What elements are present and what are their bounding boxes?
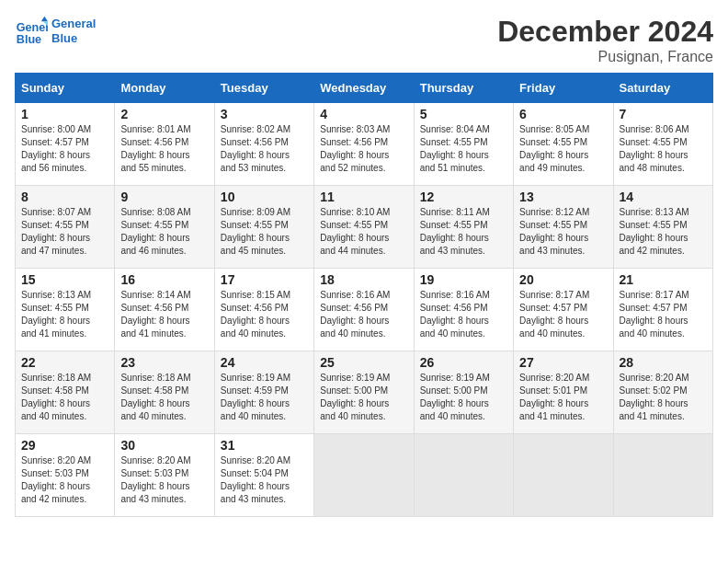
logo-text: General Blue (51, 17, 96, 45)
day-info: Sunrise: 8:13 AM Sunset: 4:55 PM Dayligh… (21, 289, 108, 340)
location-title: Pusignan, France (497, 49, 713, 65)
day-number: 30 (120, 438, 208, 453)
day-info: Sunrise: 8:08 AM Sunset: 4:55 PM Dayligh… (120, 206, 208, 258)
day-info: Sunrise: 8:13 AM Sunset: 4:55 PM Dayligh… (620, 206, 707, 258)
table-row: 29Sunrise: 8:20 AM Sunset: 5:03 PM Dayli… (16, 434, 115, 517)
table-row: 31Sunrise: 8:20 AM Sunset: 5:04 PM Dayli… (214, 434, 313, 517)
day-info: Sunrise: 8:20 AM Sunset: 5:02 PM Dayligh… (620, 372, 707, 423)
title-area: December 2024 Pusignan, France (497, 15, 713, 65)
table-row: 23Sunrise: 8:18 AM Sunset: 4:58 PM Dayli… (115, 351, 214, 434)
table-row: 11Sunrise: 8:10 AM Sunset: 4:55 PM Dayli… (314, 186, 414, 269)
day-number: 28 (620, 355, 707, 370)
table-row: 19Sunrise: 8:16 AM Sunset: 4:56 PM Dayli… (414, 269, 513, 351)
day-number: 4 (320, 107, 407, 121)
table-row: 18Sunrise: 8:16 AM Sunset: 4:56 PM Dayli… (314, 269, 414, 351)
table-row: 17Sunrise: 8:15 AM Sunset: 4:56 PM Dayli… (214, 269, 313, 351)
day-number: 27 (519, 355, 607, 370)
weekday-header-row: Sunday Monday Tuesday Wednesday Thursday… (16, 74, 713, 103)
day-number: 6 (519, 107, 607, 121)
table-row: 5Sunrise: 8:04 AM Sunset: 4:55 PM Daylig… (414, 103, 513, 186)
day-info: Sunrise: 8:20 AM Sunset: 5:04 PM Dayligh… (221, 454, 308, 506)
day-number: 5 (420, 107, 507, 121)
day-info: Sunrise: 8:18 AM Sunset: 4:58 PM Dayligh… (120, 372, 208, 423)
day-number: 18 (320, 272, 407, 287)
table-row: 4Sunrise: 8:03 AM Sunset: 4:56 PM Daylig… (314, 103, 414, 186)
day-number: 23 (120, 355, 208, 370)
day-number: 1 (21, 107, 108, 121)
day-info: Sunrise: 8:01 AM Sunset: 4:56 PM Dayligh… (120, 123, 208, 175)
day-number: 12 (420, 190, 507, 204)
day-info: Sunrise: 8:20 AM Sunset: 5:01 PM Dayligh… (519, 372, 607, 423)
month-title: December 2024 (497, 15, 713, 49)
header-friday: Friday (514, 74, 613, 103)
day-number: 15 (21, 272, 108, 287)
calendar-table: Sunday Monday Tuesday Wednesday Thursday… (15, 73, 713, 517)
svg-text:Blue: Blue (17, 33, 41, 46)
table-row: 26Sunrise: 8:19 AM Sunset: 5:00 PM Dayli… (414, 351, 513, 434)
table-row (514, 434, 613, 517)
day-info: Sunrise: 8:19 AM Sunset: 4:59 PM Dayligh… (221, 372, 308, 423)
day-number: 17 (221, 272, 308, 287)
day-info: Sunrise: 8:17 AM Sunset: 4:57 PM Dayligh… (519, 289, 607, 340)
header-thursday: Thursday (414, 74, 513, 103)
day-number: 21 (620, 272, 707, 287)
table-row: 24Sunrise: 8:19 AM Sunset: 4:59 PM Dayli… (214, 351, 313, 434)
table-row: 20Sunrise: 8:17 AM Sunset: 4:57 PM Dayli… (514, 269, 613, 351)
day-number: 11 (320, 190, 407, 204)
table-row: 7Sunrise: 8:06 AM Sunset: 4:55 PM Daylig… (613, 103, 712, 186)
day-number: 29 (21, 438, 108, 453)
day-info: Sunrise: 8:12 AM Sunset: 4:55 PM Dayligh… (519, 206, 607, 258)
day-info: Sunrise: 8:11 AM Sunset: 4:55 PM Dayligh… (420, 206, 507, 258)
table-row: 2Sunrise: 8:01 AM Sunset: 4:56 PM Daylig… (115, 103, 214, 186)
table-row: 30Sunrise: 8:20 AM Sunset: 5:03 PM Dayli… (115, 434, 214, 517)
day-info: Sunrise: 8:19 AM Sunset: 5:00 PM Dayligh… (320, 372, 407, 423)
header-monday: Monday (115, 74, 214, 103)
day-info: Sunrise: 8:09 AM Sunset: 4:55 PM Dayligh… (221, 206, 308, 258)
day-number: 16 (120, 272, 208, 287)
day-number: 2 (120, 107, 208, 121)
day-number: 9 (120, 190, 208, 204)
table-row: 15Sunrise: 8:13 AM Sunset: 4:55 PM Dayli… (16, 269, 115, 351)
svg-marker-2 (41, 17, 48, 21)
header-sunday: Sunday (16, 74, 115, 103)
header-saturday: Saturday (613, 74, 712, 103)
day-info: Sunrise: 8:04 AM Sunset: 4:55 PM Dayligh… (420, 123, 507, 175)
table-row: 3Sunrise: 8:02 AM Sunset: 4:56 PM Daylig… (214, 103, 313, 186)
day-number: 31 (221, 438, 308, 453)
day-info: Sunrise: 8:03 AM Sunset: 4:56 PM Dayligh… (320, 123, 407, 175)
table-row: 6Sunrise: 8:05 AM Sunset: 4:55 PM Daylig… (514, 103, 613, 186)
table-row: 12Sunrise: 8:11 AM Sunset: 4:55 PM Dayli… (414, 186, 513, 269)
table-row (314, 434, 414, 517)
logo-icon: General Blue (15, 15, 48, 48)
table-row: 16Sunrise: 8:14 AM Sunset: 4:56 PM Dayli… (115, 269, 214, 351)
day-number: 19 (420, 272, 507, 287)
day-number: 22 (21, 355, 108, 370)
table-row: 27Sunrise: 8:20 AM Sunset: 5:01 PM Dayli… (514, 351, 613, 434)
table-row: 21Sunrise: 8:17 AM Sunset: 4:57 PM Dayli… (613, 269, 712, 351)
day-number: 8 (21, 190, 108, 204)
day-info: Sunrise: 8:20 AM Sunset: 5:03 PM Dayligh… (21, 454, 108, 506)
table-row: 1Sunrise: 8:00 AM Sunset: 4:57 PM Daylig… (16, 103, 115, 186)
day-info: Sunrise: 8:20 AM Sunset: 5:03 PM Dayligh… (120, 454, 208, 506)
day-info: Sunrise: 8:05 AM Sunset: 4:55 PM Dayligh… (519, 123, 607, 175)
table-row (414, 434, 513, 517)
day-info: Sunrise: 8:15 AM Sunset: 4:56 PM Dayligh… (221, 289, 308, 340)
day-info: Sunrise: 8:18 AM Sunset: 4:58 PM Dayligh… (21, 372, 108, 423)
day-info: Sunrise: 8:16 AM Sunset: 4:56 PM Dayligh… (420, 289, 507, 340)
day-info: Sunrise: 8:14 AM Sunset: 4:56 PM Dayligh… (120, 289, 208, 340)
logo: General Blue General Blue (15, 15, 96, 48)
table-row: 9Sunrise: 8:08 AM Sunset: 4:55 PM Daylig… (115, 186, 214, 269)
header-wednesday: Wednesday (314, 74, 414, 103)
header-tuesday: Tuesday (214, 74, 313, 103)
table-row (613, 434, 712, 517)
day-number: 25 (320, 355, 407, 370)
day-number: 3 (221, 107, 308, 121)
table-row: 28Sunrise: 8:20 AM Sunset: 5:02 PM Dayli… (613, 351, 712, 434)
day-info: Sunrise: 8:16 AM Sunset: 4:56 PM Dayligh… (320, 289, 407, 340)
day-number: 10 (221, 190, 308, 204)
day-number: 7 (620, 107, 707, 121)
table-row: 22Sunrise: 8:18 AM Sunset: 4:58 PM Dayli… (16, 351, 115, 434)
day-info: Sunrise: 8:07 AM Sunset: 4:55 PM Dayligh… (21, 206, 108, 258)
day-number: 13 (519, 190, 607, 204)
page-header: General Blue General Blue December 2024 … (15, 15, 713, 65)
